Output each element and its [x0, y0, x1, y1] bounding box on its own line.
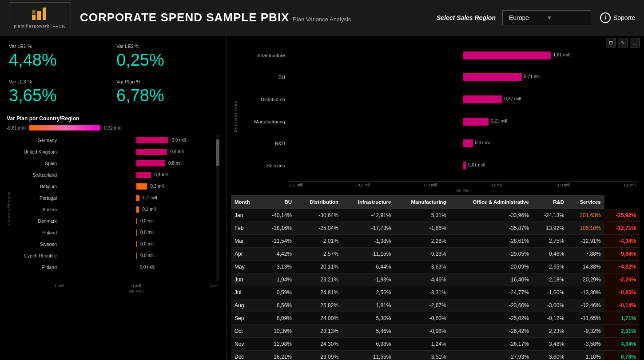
table-cell: 5,31%: [394, 209, 449, 222]
country-bar: [136, 172, 151, 178]
country-bar: [136, 206, 139, 213]
kpi-value: 3,65%: [9, 86, 110, 105]
table-cell: 25,82%: [295, 299, 342, 312]
kpi-label: Var LE3 %: [9, 79, 110, 84]
bar-xaxis-label: -1,0 mill.: [289, 183, 304, 187]
table-row: Jun1,94%23,21%-1,83%-4,46%-16,40%-2,18%-…: [231, 273, 640, 286]
table-col-header: Services: [568, 195, 604, 209]
table-cell: -3,31%: [394, 286, 449, 299]
table-cell: -12,71%: [604, 222, 640, 235]
table-cell: -25,02%: [450, 312, 533, 325]
country-row: Finland 0,0 mill.: [12, 262, 214, 273]
table-cell: 11,55%: [342, 351, 394, 360]
edit-button[interactable]: ✎: [618, 38, 628, 47]
table-cell: 23,21%: [295, 273, 342, 286]
country-value: 0,0 mill.: [140, 218, 155, 223]
table-cell: 1,24%: [394, 338, 449, 351]
chevron-down-icon: ▼: [547, 15, 584, 21]
bar-value: 0,37 mill.: [505, 96, 644, 101]
bar-row-label: Infrastructure: [240, 53, 289, 58]
country-row: Portugal 0,1 mill.: [12, 193, 214, 203]
country-bar: [136, 229, 137, 236]
filter-button[interactable]: ⊞: [606, 38, 616, 47]
country-row: Poland 0,0 mill.: [12, 227, 214, 238]
logo: plantillaspowerbi FÁCIL: [9, 2, 71, 33]
region-value: Europe: [509, 14, 547, 21]
table-cell: 24,30%: [295, 338, 342, 351]
table-cell: -4,46%: [394, 273, 449, 286]
region-dropdown[interactable]: Europe ▼: [502, 10, 591, 25]
bar-fill: [463, 139, 473, 147]
table-row: Oct10,39%23,13%5,46%-0,98%-26,42%2,23%-9…: [231, 325, 640, 338]
info-icon: i: [600, 12, 611, 23]
table-cell: 6,09%: [260, 312, 295, 325]
table-cell: -6,44%: [342, 261, 394, 273]
bar-row-track: 0,07 mill.: [289, 139, 637, 147]
main-title: CORPORATE SPEND SAMPLE PBIX: [80, 11, 289, 24]
table-cell: -20,09%: [450, 261, 533, 273]
bar-row-label: Distribution: [240, 97, 289, 102]
right-panel: ⊞ ✎ ... Business Area Infrastructure 1,6…: [227, 36, 644, 360]
table-cell: Jan: [231, 209, 260, 222]
country-bar-wrap: 0,9 mill.: [59, 149, 214, 155]
bar-row-label: R&D: [240, 141, 289, 146]
table-cell: 2,28%: [394, 235, 449, 248]
soporte-button[interactable]: i Soporte: [600, 12, 635, 23]
table-cell: -12,91%: [568, 235, 604, 248]
table-row: May-3,13%20,11%-6,44%-3,63%-20,09%-2,65%…: [231, 261, 640, 273]
table-cell: -25,04%: [295, 222, 342, 235]
table-cell: -0,85%: [604, 286, 640, 299]
table-cell: 4,04%: [604, 338, 640, 351]
table-cell: Nov: [231, 338, 260, 351]
more-button[interactable]: ...: [630, 38, 640, 47]
bar-row: Infrastructure 1,61 mill.: [240, 49, 637, 62]
country-row: Denmark 0,0 mill.: [12, 216, 214, 226]
table-cell: 1,94%: [260, 273, 295, 286]
kpi-value: 0,25%: [116, 51, 217, 70]
table-cell: -30,64%: [295, 209, 342, 222]
table-cell: 5,30%: [342, 312, 394, 325]
table-cell: Apr: [231, 248, 260, 261]
country-row: Germany 0,9 mill.: [12, 135, 214, 146]
table-cell: -24,13%: [533, 209, 568, 222]
table-cell: 1,10%: [568, 351, 604, 360]
table-cell: -25,92%: [604, 209, 640, 222]
table-cell: -12,46%: [568, 299, 604, 312]
country-xaxis-labels: -1 mill.0 mill.1 mill.: [53, 284, 219, 288]
table-col-header: Infrastructure: [342, 195, 394, 209]
country-name: Belgium: [12, 184, 57, 189]
country-name: Switzerland: [12, 172, 57, 178]
table-cell: 105,18%: [568, 222, 604, 235]
soporte-label: Soporte: [613, 14, 635, 21]
bar-xaxis-label: 1,5 mill.: [624, 183, 637, 187]
data-table: MonthBUDistributionInfrastructureManufac…: [231, 195, 640, 360]
bar-chart-inner: Business Area Infrastructure 1,61 mill. …: [233, 40, 637, 193]
xaxis-label: 1 mill.: [209, 284, 219, 288]
table-cell: -11,54%: [260, 235, 295, 248]
table-cell: -3,13%: [260, 261, 295, 273]
table-cell: -1,83%: [342, 273, 394, 286]
kpi-label: Var Plan %: [116, 79, 217, 84]
country-bar: [136, 195, 140, 201]
table-cell: 0,59%: [260, 286, 295, 299]
table-cell: 0,46%: [533, 248, 568, 261]
table-row: Aug6,56%25,82%1,81%-2,67%-23,60%-3,00%-1…: [231, 299, 640, 312]
table-cell: 6,56%: [260, 299, 295, 312]
country-value: 0,4 mill.: [155, 172, 170, 177]
scroll-indicator[interactable]: [216, 135, 219, 281]
table-cell: -40,14%: [260, 209, 295, 222]
bar-row: BU 0,71 mill.: [240, 71, 637, 83]
table-cell: Dec: [231, 351, 260, 360]
table-cell: -1,66%: [394, 222, 449, 235]
bar-row: Services 0,01 mill.: [240, 159, 637, 172]
kpi-card: Var Plan %6,78%: [114, 75, 219, 109]
country-xaxis-title: Var Plan: [7, 289, 219, 293]
table-cell: -3,58%: [568, 338, 604, 351]
table-cell: 1,71%: [604, 312, 640, 325]
country-bar-wrap: 0,3 mill.: [59, 183, 214, 190]
table-cell: -4,82%: [604, 261, 640, 273]
table-cell: 13,92%: [533, 222, 568, 235]
table-cell: May: [231, 261, 260, 273]
table-cell: -0,14%: [604, 299, 640, 312]
bar-row: Distribution 0,37 mill.: [240, 93, 637, 106]
